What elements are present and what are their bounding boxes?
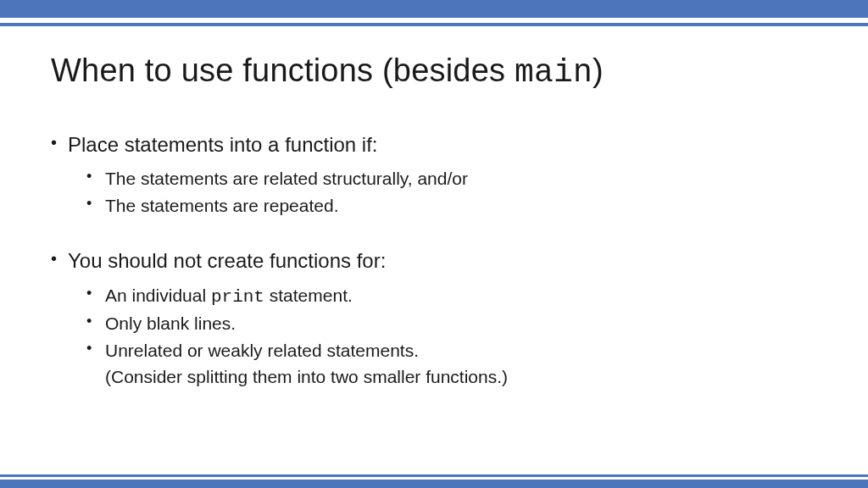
slide: When to use functions (besides main) Pla… [0, 0, 868, 488]
bullet-item: Place statements into a function if: The… [51, 131, 817, 219]
bullet-list: Place statements into a function if: The… [51, 131, 817, 219]
sub-bullet-pre: An individual [105, 286, 211, 305]
sub-bullet-post: statement. [264, 286, 353, 305]
top-border-thick [0, 0, 868, 18]
bullet-text: Place statements into a function if: [68, 133, 378, 156]
bullet-list: You should not create functions for: An … [51, 247, 817, 390]
bottom-border-thin [0, 474, 868, 477]
sub-bullet-text: The statements are related structurally,… [105, 169, 468, 188]
sub-bullet-list: The statements are related structurally,… [68, 165, 817, 219]
spacer [51, 224, 817, 247]
slide-title: When to use functions (besides main) [51, 53, 604, 91]
sub-bullet-item: Only blank lines. [86, 310, 817, 337]
sub-bullet-item: The statements are repeated. [86, 192, 817, 219]
sub-bullet-text: Only blank lines. [105, 313, 236, 333]
bottom-border-thick [0, 480, 868, 488]
bullet-item: You should not create functions for: An … [51, 247, 817, 390]
sub-bullet-item: An individual print statement. [86, 282, 817, 311]
sub-bullet-code: print [211, 287, 264, 307]
sub-bullet-list: An individual print statement. Only blan… [68, 282, 817, 391]
title-pre: When to use functions (besides [51, 53, 515, 88]
title-post: ) [593, 53, 604, 88]
sub-bullet-text: Unrelated or weakly related statements. [105, 341, 419, 360]
sub-bullet-item: The statements are related structurally,… [86, 165, 817, 192]
top-border-thin [0, 23, 868, 26]
sub-bullet-text: The statements are repeated. [105, 196, 339, 215]
slide-body: Place statements into a function if: The… [51, 131, 817, 396]
sub-bullet-item: Unrelated or weakly related statements. … [86, 337, 817, 391]
title-code: main [515, 54, 593, 91]
bullet-text: You should not create functions for: [68, 249, 386, 272]
sub-bullet-subtext: (Consider splitting them into two smalle… [105, 363, 817, 391]
